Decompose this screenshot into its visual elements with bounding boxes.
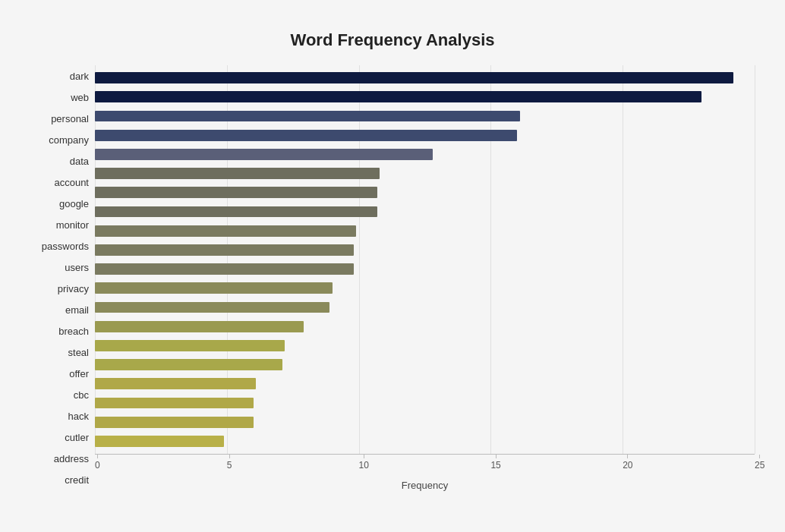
bar [95,72,733,83]
bar [95,359,282,370]
y-axis: darkwebpersonalcompanydataaccountgooglem… [30,65,95,491]
bar [95,91,701,102]
y-label: data [70,156,89,166]
bars-and-xaxis: 0510152025 Frequency [95,65,755,491]
bar [95,206,377,218]
bar [95,168,380,179]
x-tick-label: 15 [490,460,500,471]
bar [95,130,517,141]
y-label: privacy [58,284,89,294]
chart-container: Word Frequency Analysis darkwebpersonalc… [15,15,770,532]
x-tick-label: 25 [755,460,765,471]
x-tick: 5 [227,455,232,471]
y-label: email [65,305,89,315]
x-tick-label: 5 [227,460,232,471]
bar [95,398,254,409]
grid-line [755,65,755,454]
bar [95,282,333,294]
bar-row [95,374,755,393]
x-tick-line [364,455,364,458]
x-tick-label: 0 [95,460,100,471]
y-label: credit [65,475,89,485]
y-label: address [54,454,89,464]
x-tick: 20 [623,455,632,471]
bars-region [95,65,755,454]
bar [95,417,254,428]
bar-row [95,106,755,125]
bar-row [95,317,755,336]
y-label: cutler [65,433,89,442]
bar-row [95,87,755,106]
y-label: hack [68,411,89,421]
y-label: account [54,178,89,187]
bar [95,436,224,447]
x-tick-label: 10 [359,460,369,471]
bar-row [95,336,755,355]
bar-row [95,393,755,412]
bar-row [95,413,755,432]
x-tick-line [759,455,760,458]
bar-row [95,279,755,297]
bar [95,187,377,198]
bar-row [95,145,755,164]
x-axis: 0510152025 [95,454,755,477]
bar [95,244,354,256]
bars-list [95,65,755,454]
y-label: personal [51,114,89,124]
bar [95,263,354,275]
x-tick: 10 [359,455,369,471]
y-label: company [49,135,89,145]
bar-row [95,126,755,145]
bar [95,378,256,389]
y-label: web [71,93,89,102]
bar-row [95,297,755,316]
y-label: breach [58,326,89,336]
bar-row [95,432,755,451]
y-label: cbc [74,390,89,400]
bar-row [95,68,755,87]
x-tick-line [97,455,98,458]
x-axis-title: Frequency [95,480,755,491]
chart-area: darkwebpersonalcompanydataaccountgooglem… [30,65,755,491]
bar-row [95,222,755,241]
y-label: steal [68,348,89,357]
x-tick: 15 [490,455,500,471]
bar-row [95,202,755,221]
bar [95,111,520,122]
bar [95,340,285,351]
bar-row [95,164,755,183]
chart-title: Word Frequency Analysis [30,30,755,50]
bar-row [95,183,755,202]
bar-row [95,241,755,260]
y-label: google [59,199,89,209]
x-tick-line [229,455,230,458]
y-label: passwords [42,241,89,251]
x-tick-line [627,455,628,458]
x-tick-line [496,455,497,458]
x-tick: 25 [755,455,765,471]
y-label: offer [69,369,89,379]
y-label: monitor [56,220,89,230]
bar [95,321,304,332]
y-label: users [65,263,89,272]
bar-row [95,260,755,279]
bar [95,225,356,237]
bar [95,302,329,313]
x-tick-label: 20 [623,460,632,471]
y-label: dark [70,71,89,81]
x-tick: 0 [95,455,100,471]
bar [95,149,433,160]
bar-row [95,355,755,374]
